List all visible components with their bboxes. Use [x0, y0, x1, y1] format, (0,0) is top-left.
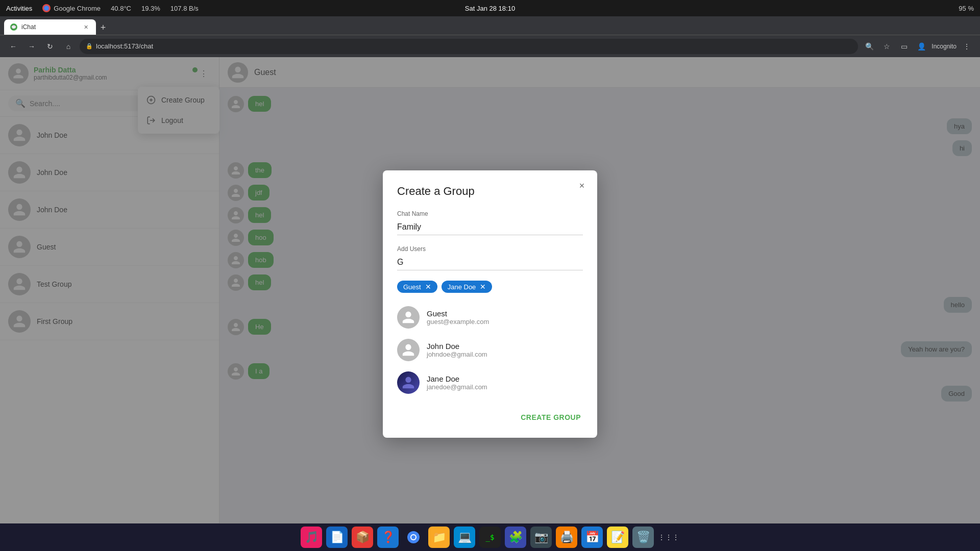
- tag-jane-doe-label: Jane Doe: [448, 283, 476, 291]
- browser-tabs: 💬 iChat ✕ +: [0, 16, 980, 35]
- new-tab-button[interactable]: +: [96, 20, 110, 35]
- user-list: Guest guest@example.com John Doe johndoe…: [397, 301, 583, 399]
- taskbar-music-icon[interactable]: 🎵: [301, 527, 322, 548]
- taskbar-pkg-icon[interactable]: 📦: [352, 527, 373, 548]
- tab-title: iChat: [21, 23, 36, 31]
- taskbar-apps-icon[interactable]: ⋮⋮⋮: [658, 527, 679, 548]
- add-users-label: Add Users: [397, 245, 583, 253]
- taskbar-vscode-icon[interactable]: 💻: [454, 527, 475, 548]
- ul-avatar-guest: [397, 306, 420, 329]
- incognito-label: Incognito: [932, 39, 957, 54]
- address-text: localhost:5173/chat: [96, 42, 153, 50]
- taskbar-notes-icon[interactable]: 📝: [607, 527, 628, 548]
- tab-favicon: 💬: [10, 23, 17, 31]
- toolbar-icons: 🔍 ☆ ▭ 👤 Incognito ⋮: [862, 39, 974, 54]
- taskbar-puzzle-icon[interactable]: 🧩: [505, 527, 526, 548]
- tag-guest-label: Guest: [403, 283, 421, 291]
- battery-label: 95 %: [959, 5, 974, 12]
- incognito-icon[interactable]: 👤: [914, 39, 928, 54]
- modal-title: Create a Group: [397, 185, 583, 198]
- taskbar-print-icon[interactable]: 🖨️: [556, 527, 577, 548]
- home-button[interactable]: ⌂: [61, 39, 76, 54]
- chrome-label: Google Chrome: [54, 5, 101, 12]
- os-topbar: Activities Google Chrome 40.8°C 19.3% 10…: [0, 0, 980, 16]
- taskbar-files-icon[interactable]: 📁: [428, 527, 450, 548]
- star-icon[interactable]: ☆: [879, 39, 894, 54]
- chat-name-field: Chat Name: [397, 210, 583, 235]
- browser-toolbar: ← → ↻ ⌂ 🔒 localhost:5173/chat 🔍 ☆ ▭ 👤 In…: [0, 35, 980, 57]
- ul-avatar-jane-doe: [397, 371, 420, 394]
- taskbar-terminal-icon[interactable]: _$: [479, 527, 501, 548]
- ul-info-john-doe: John Doe johndoe@gmail.com: [427, 342, 487, 358]
- address-bar[interactable]: 🔒 localhost:5173/chat: [80, 39, 858, 54]
- browser: 💬 iChat ✕ + ← → ↻ ⌂ 🔒 localhost:5173/cha…: [0, 16, 980, 551]
- ul-avatar-john-doe: [397, 339, 420, 361]
- ul-email-john-doe: johndoe@gmail.com: [427, 350, 487, 358]
- browser-tab-ichat[interactable]: 💬 iChat ✕: [4, 19, 96, 35]
- taskbar-help-icon[interactable]: ❓: [377, 527, 399, 548]
- cpu-label: 19.3%: [141, 5, 160, 12]
- taskbar-trash-icon[interactable]: 🗑️: [632, 527, 654, 548]
- chrome-icon: [42, 4, 51, 12]
- more-button[interactable]: ⋮: [960, 39, 974, 54]
- ul-info-jane-doe: Jane Doe janedoe@gmail.com: [427, 374, 487, 391]
- temp-label: 40.8°C: [111, 5, 131, 12]
- tag-jane-doe: Jane Doe ✕: [442, 281, 493, 293]
- lock-icon: 🔒: [86, 43, 93, 49]
- create-group-modal: Create a Group × Chat Name Add Users Gue…: [383, 170, 597, 438]
- modal-overlay: Create a Group × Chat Name Add Users Gue…: [0, 57, 980, 551]
- datetime-label: Sat Jan 28 18:10: [465, 5, 515, 12]
- tab-manager-icon[interactable]: ▭: [897, 39, 911, 54]
- back-button[interactable]: ←: [6, 39, 20, 54]
- create-group-button[interactable]: CREATE GROUP: [519, 409, 583, 425]
- tag-jane-doe-remove-button[interactable]: ✕: [479, 283, 487, 291]
- sys-icons: 95 %: [959, 5, 974, 12]
- chrome-tab: Google Chrome: [42, 4, 101, 12]
- ul-name-john-doe: John Doe: [427, 342, 487, 350]
- tag-guest-remove-button[interactable]: ✕: [424, 283, 432, 291]
- ul-email-jane-doe: janedoe@gmail.com: [427, 383, 487, 391]
- ul-info-guest: Guest guest@example.com: [427, 309, 489, 325]
- svg-point-6: [411, 535, 415, 539]
- user-list-item-john-doe[interactable]: John Doe johndoe@gmail.com: [397, 334, 583, 366]
- ul-name-jane-doe: Jane Doe: [427, 374, 487, 383]
- taskbar: 🎵 📄 📦 ❓ 📁 💻 _$ 🧩 📷 🖨️ 📅 📝 🗑️ ⋮⋮⋮: [0, 523, 980, 551]
- upload-label: 107.8 B/s: [170, 5, 199, 12]
- taskbar-camera-icon[interactable]: 📷: [530, 527, 552, 548]
- user-list-item-guest[interactable]: Guest guest@example.com: [397, 301, 583, 334]
- taskbar-doc-icon[interactable]: 📄: [326, 527, 348, 548]
- search-icon[interactable]: 🔍: [862, 39, 876, 54]
- tab-close-button[interactable]: ✕: [82, 23, 90, 31]
- chat-name-input[interactable]: [397, 219, 583, 235]
- selected-users-tags: Guest ✕ Jane Doe ✕: [397, 281, 583, 293]
- chat-name-label: Chat Name: [397, 210, 583, 217]
- user-list-item-jane-doe[interactable]: Jane Doe janedoe@gmail.com: [397, 366, 583, 399]
- modal-footer: CREATE GROUP: [397, 409, 583, 425]
- taskbar-chrome-icon[interactable]: [403, 527, 424, 548]
- taskbar-calendar-icon[interactable]: 📅: [581, 527, 603, 548]
- modal-close-button[interactable]: ×: [575, 179, 589, 193]
- app-content: Parhib Datta parthibdutta02@gmail.com ⋮ …: [0, 57, 980, 551]
- forward-button[interactable]: →: [24, 39, 39, 54]
- add-users-field: Add Users: [397, 245, 583, 270]
- ul-name-guest: Guest: [427, 309, 489, 318]
- add-users-input[interactable]: [397, 255, 583, 270]
- activities-label[interactable]: Activities: [6, 5, 32, 12]
- reload-button[interactable]: ↻: [43, 39, 57, 54]
- tag-guest: Guest ✕: [397, 281, 437, 293]
- ul-email-guest: guest@example.com: [427, 318, 489, 325]
